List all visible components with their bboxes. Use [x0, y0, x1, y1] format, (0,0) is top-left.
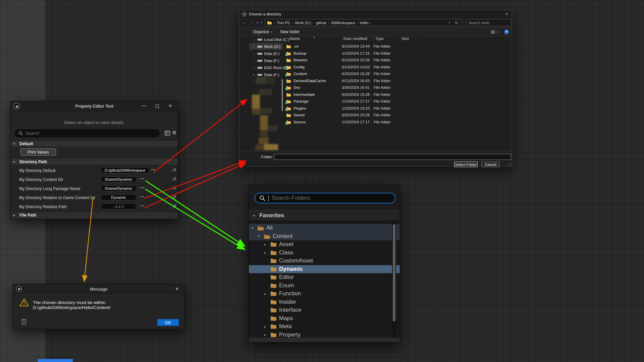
- breadcrumb-work-d[interactable]: Work (D:): [295, 21, 311, 25]
- file-row[interactable]: Binaries 6/13/2024 15:39 File folder: [283, 57, 511, 64]
- tree-item-local-disk-c[interactable]: › Local Disk (C:): [239, 36, 283, 43]
- back-icon[interactable]: ←: [243, 20, 247, 25]
- chevron-right-icon[interactable]: ▸: [264, 292, 270, 296]
- tree-item-content[interactable]: ▾ Content: [249, 232, 400, 241]
- minimize-icon[interactable]: —: [142, 103, 146, 108]
- column-header-name[interactable]: Name: [290, 37, 300, 43]
- tree-item-interface[interactable]: Interface: [249, 306, 400, 314]
- tree-item-editor[interactable]: Editor: [249, 273, 400, 282]
- chevron-right-icon[interactable]: ▸: [264, 333, 270, 337]
- breadcrumb-this-pc[interactable]: This PC: [277, 21, 290, 25]
- tree-item-egc-root-p[interactable]: › EGC Root (P:): [239, 64, 283, 71]
- file-row[interactable]: DerivedDataCache 6/13/2024 16:03 File fo…: [283, 77, 511, 84]
- print-values-button[interactable]: Print Values: [20, 148, 56, 156]
- folder-search-box[interactable]: [255, 193, 395, 203]
- file-row[interactable]: Saved 6/20/2024 15:29 File folder: [283, 112, 511, 119]
- folder-input[interactable]: [274, 154, 511, 160]
- reset-to-default-icon[interactable]: ↺: [170, 167, 178, 173]
- new-folder-button[interactable]: New folder: [280, 29, 300, 34]
- reset-to-default-icon[interactable]: ↺: [170, 194, 178, 200]
- section-default[interactable]: ▾ Default: [11, 141, 178, 146]
- property-value-field[interactable]: Dynamic: [101, 194, 136, 200]
- property-value-field[interactable]: ../../../: [101, 203, 136, 209]
- file-row[interactable]: Doc 3/26/2024 16:41 File folder: [283, 84, 511, 91]
- tree-item-class[interactable]: ▸ Class: [249, 249, 400, 257]
- file-row[interactable]: .vs 6/14/2024 13:44 File folder: [283, 43, 511, 50]
- resize-grip[interactable]: [508, 163, 511, 166]
- tree-item-meta[interactable]: ▸ Meta: [249, 322, 400, 331]
- tree-item-data-f[interactable]: › Data (F:): [239, 57, 283, 64]
- window-titlebar[interactable]: u Property Editor Test — ×: [11, 101, 178, 111]
- history-dropdown-icon[interactable]: ▾: [257, 21, 258, 24]
- tree-item-data-e[interactable]: › Data (E:): [239, 50, 283, 57]
- tree-item-work-d[interactable]: › Work (D:): [249, 43, 283, 50]
- reset-to-default-icon[interactable]: ↺: [170, 176, 178, 182]
- folder-search-input[interactable]: [272, 195, 391, 201]
- scrollbar-thumb[interactable]: [393, 224, 395, 321]
- file-row[interactable]: Config 6/14/2024 14:03 File folder: [283, 64, 511, 71]
- browse-ellipsis-button[interactable]: •••: [140, 204, 145, 207]
- file-row[interactable]: Plugins 1/19/2024 19:10 File folder: [283, 105, 511, 112]
- chevron-right-icon[interactable]: ›: [253, 38, 255, 42]
- column-divider[interactable]: [417, 37, 417, 42]
- property-search-input[interactable]: [25, 131, 156, 136]
- breadcrumb-github[interactable]: github: [316, 21, 326, 25]
- tree-item-maps[interactable]: Maps: [249, 314, 400, 323]
- copy-to-clipboard-icon[interactable]: [21, 318, 26, 325]
- tree-item-dynamic-selected[interactable]: Dynamic: [249, 265, 400, 274]
- column-divider[interactable]: [342, 37, 342, 42]
- breadcrumb-gitworkspace[interactable]: GitWorkspace: [331, 21, 355, 25]
- tree-item-function[interactable]: ▸ Function: [249, 290, 400, 298]
- close-icon[interactable]: ×: [175, 286, 178, 292]
- tree-item-property[interactable]: ▸ Property: [249, 331, 400, 339]
- column-divider[interactable]: [399, 37, 400, 42]
- chevron-right-icon[interactable]: ▸: [264, 243, 270, 246]
- tree-scrollbar[interactable]: [282, 79, 283, 111]
- details-view-icon[interactable]: [165, 131, 170, 135]
- file-row[interactable]: Source 1/19/2024 17:17 File folder: [283, 119, 511, 126]
- close-icon[interactable]: ×: [169, 103, 172, 109]
- search-input[interactable]: [466, 21, 518, 25]
- crumb-dropdown-icon[interactable]: ▾: [449, 21, 450, 24]
- chevron-right-icon[interactable]: ›: [253, 59, 255, 63]
- chevron-right-icon[interactable]: ›: [253, 66, 255, 70]
- file-row[interactable]: Content 6/20/2024 15:28 File folder: [283, 70, 511, 77]
- file-row[interactable]: Backup 1/19/2024 17:15 File folder: [283, 50, 511, 57]
- column-header-date-modified[interactable]: Date modified: [343, 37, 367, 43]
- column-header-size[interactable]: Size: [401, 37, 409, 43]
- dialog-titlebar[interactable]: u Choose a directory ×: [239, 10, 512, 18]
- section-directory-path[interactable]: ▾ Directory Path: [11, 159, 178, 165]
- tree-item-customasset[interactable]: CustomAsset: [249, 257, 400, 265]
- chevron-down-icon[interactable]: ▾: [258, 234, 264, 238]
- up-icon[interactable]: ↑: [260, 20, 263, 25]
- view-list-icon[interactable]: [491, 30, 495, 34]
- forward-icon[interactable]: →: [250, 20, 254, 25]
- select-folder-button[interactable]: Select Folder: [454, 162, 478, 167]
- search-box[interactable]: [466, 19, 511, 26]
- chevron-right-icon[interactable]: ›: [253, 52, 255, 56]
- file-row[interactable]: Intermediate 6/20/2024 15:28 File folder: [283, 91, 511, 98]
- section-file-path[interactable]: ▸ File Path: [11, 212, 178, 218]
- ok-button[interactable]: OK: [157, 319, 179, 326]
- chevron-right-icon[interactable]: ▸: [264, 325, 270, 328]
- breadcrumb-hello[interactable]: Hello: [360, 21, 369, 25]
- tree-item-all[interactable]: ▾ All: [249, 224, 400, 232]
- browse-ellipsis-button[interactable]: •••: [140, 195, 145, 198]
- chevron-down-icon[interactable]: ▾: [252, 226, 257, 230]
- tree-item-asset[interactable]: ▸ Asset: [249, 240, 400, 249]
- property-value-field[interactable]: D:/github/GitWorkspace: [101, 167, 149, 173]
- reset-to-default-icon[interactable]: ↺: [170, 203, 178, 209]
- tree-item-insider[interactable]: Insider: [249, 298, 400, 306]
- cancel-button[interactable]: Cancel: [481, 162, 500, 167]
- property-value-field[interactable]: /Game/Dynamic: [101, 185, 136, 191]
- browse-ellipsis-button[interactable]: •••: [151, 168, 156, 171]
- gear-icon[interactable]: ⚙: [172, 130, 176, 136]
- maximize-icon[interactable]: [156, 105, 159, 108]
- help-icon[interactable]: ?: [504, 29, 509, 34]
- breadcrumb[interactable]: › This PC › Work (D:) › github › GitWork…: [265, 19, 462, 26]
- view-dropdown-icon[interactable]: ▾: [497, 31, 498, 34]
- property-search-box[interactable]: [15, 129, 160, 137]
- close-icon[interactable]: ×: [505, 12, 508, 16]
- file-row[interactable]: Package 1/19/2024 17:17 File folder: [283, 98, 511, 105]
- column-header-type[interactable]: Type: [375, 37, 384, 43]
